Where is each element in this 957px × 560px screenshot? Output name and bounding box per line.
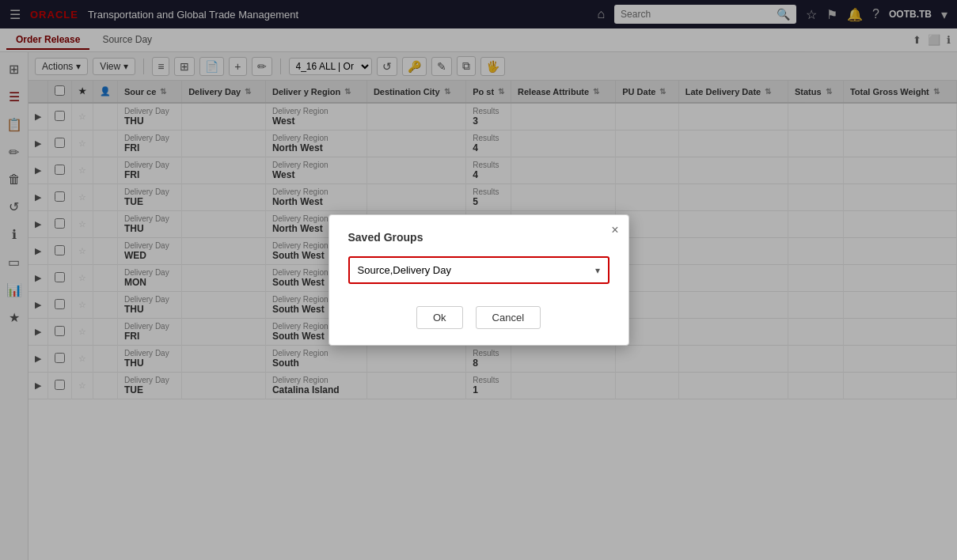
saved-groups-dialog: Saved Groups × Source,Delivery Day ▾ Ok … — [328, 214, 629, 346]
saved-groups-dropdown[interactable]: Source,Delivery Day — [350, 258, 587, 282]
dialog-close-button[interactable]: × — [611, 223, 618, 237]
dialog-dropdown-wrapper: Source,Delivery Day ▾ — [348, 256, 610, 284]
ok-button[interactable]: Ok — [416, 306, 463, 329]
cancel-button[interactable]: Cancel — [476, 306, 541, 329]
dialog-footer: Ok Cancel — [329, 297, 629, 345]
dialog-title: Saved Groups — [348, 231, 610, 244]
dialog-overlay[interactable]: Saved Groups × Source,Delivery Day ▾ Ok … — [0, 0, 957, 560]
dropdown-arrow-icon: ▾ — [587, 259, 608, 282]
dialog-body: Saved Groups × Source,Delivery Day ▾ — [329, 215, 629, 297]
